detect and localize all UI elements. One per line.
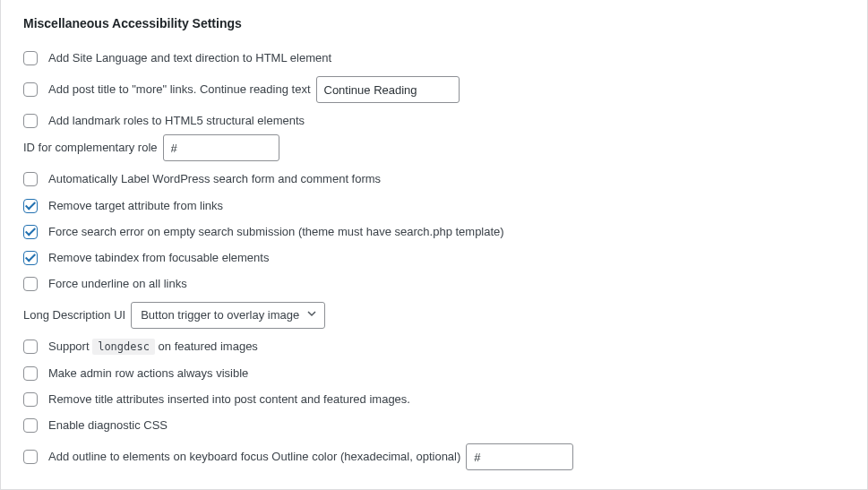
- outline-label: Add outline to elements on keyboard focu…: [48, 449, 460, 465]
- force-search-error-checkbox[interactable]: [23, 225, 38, 239]
- continue-reading-input[interactable]: [316, 76, 460, 103]
- longdesc-ui-select[interactable]: Button trigger to overlay image: [131, 302, 325, 329]
- remove-title-attr-checkbox[interactable]: [23, 392, 38, 407]
- add-lang-checkbox[interactable]: [23, 51, 38, 65]
- complementary-id-label: ID for complementary role: [23, 140, 158, 156]
- force-underline-checkbox[interactable]: [23, 277, 38, 291]
- chevron-down-icon: [306, 307, 317, 323]
- remove-target-checkbox[interactable]: [23, 199, 38, 213]
- add-lang-label: Add Site Language and text direction to …: [48, 50, 331, 66]
- add-landmark-checkbox[interactable]: [23, 114, 38, 128]
- remove-title-attr-label: Remove title attributes inserted into po…: [48, 391, 410, 408]
- outline-checkbox[interactable]: [23, 450, 38, 464]
- admin-row-checkbox[interactable]: [23, 366, 38, 381]
- auto-label-label: Automatically Label WordPress search for…: [48, 171, 381, 187]
- support-longdesc-label: Support longdesc on featured images: [48, 339, 258, 355]
- force-search-error-label: Force search error on empty search submi…: [48, 224, 504, 240]
- support-longdesc-checkbox[interactable]: [23, 340, 38, 354]
- remove-tabindex-label: Remove tabindex from focusable elements: [48, 250, 269, 266]
- remove-tabindex-checkbox[interactable]: [23, 251, 38, 265]
- longdesc-code: longdesc: [92, 339, 155, 355]
- longdesc-ui-label: Long Description UI: [23, 307, 125, 323]
- add-post-title-checkbox[interactable]: [23, 82, 38, 97]
- auto-label-checkbox[interactable]: [23, 172, 38, 186]
- add-post-title-label: Add post title to "more" links. Continue…: [48, 82, 311, 98]
- settings-panel: Miscellaneous Accessibility Settings Add…: [0, 0, 868, 490]
- diagnostic-css-label: Enable diagnostic CSS: [48, 417, 168, 434]
- section-title: Miscellaneous Accessibility Settings: [23, 16, 845, 30]
- outline-color-input[interactable]: [466, 443, 573, 470]
- add-landmark-label: Add landmark roles to HTML5 structural e…: [48, 113, 305, 129]
- diagnostic-css-checkbox[interactable]: [23, 418, 38, 433]
- longdesc-ui-selected: Button trigger to overlay image: [141, 307, 299, 323]
- support-longdesc-prefix: Support: [48, 340, 92, 353]
- remove-target-label: Remove target attribute from links: [48, 198, 223, 214]
- complementary-id-input[interactable]: [163, 134, 279, 161]
- admin-row-label: Make admin row actions always visible: [48, 365, 248, 382]
- support-longdesc-suffix: on featured images: [155, 340, 258, 353]
- force-underline-label: Force underline on all links: [48, 276, 187, 292]
